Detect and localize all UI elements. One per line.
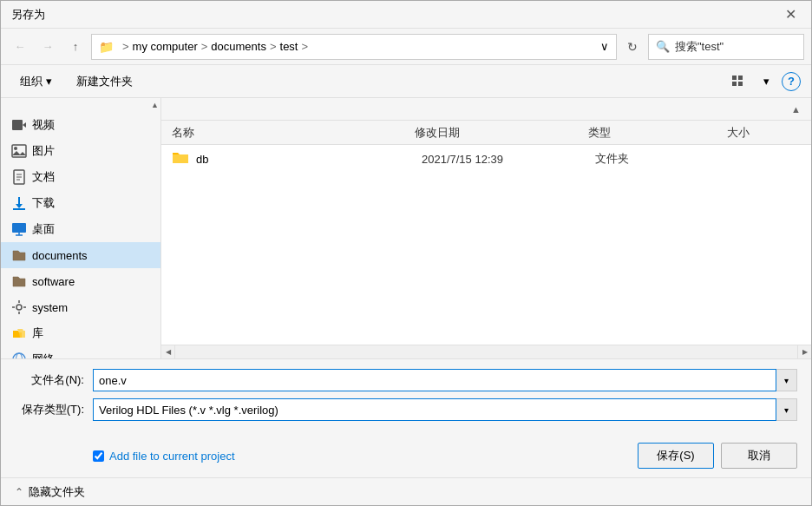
sidebar-item-software[interactable]: software [1, 268, 160, 294]
file-list-sort-bar: ▲ [161, 98, 811, 121]
col-header-date[interactable]: 修改日期 [415, 125, 588, 141]
path-sep-1: > [122, 40, 129, 53]
checkbox-area: Add file to current project [93, 450, 235, 463]
organize-arrow: ▾ [46, 75, 52, 88]
sidebar-label-library: 库 [32, 325, 43, 341]
sidebar-item-documents[interactable]: documents [1, 242, 160, 268]
toolbar: 组织 ▾ 新建文件夹 ▾ ? [1, 65, 811, 98]
view-arrow-icon: ▾ [763, 75, 769, 88]
filename-dropdown[interactable]: ▾ [776, 369, 797, 391]
file-folder-icon [172, 149, 189, 169]
hide-files-button[interactable]: ⌃ 隐藏文件夹 [15, 484, 85, 500]
path-part-1: my computer [133, 40, 198, 53]
sidebar-item-videos[interactable]: 视频 [1, 112, 160, 138]
hide-files-icon: ⌃ [15, 486, 23, 498]
up-button[interactable]: ↑ [63, 35, 88, 59]
forward-button[interactable]: → [36, 35, 60, 59]
sidebar-label-videos: 视频 [32, 117, 55, 133]
sidebar-label-images: 图片 [32, 143, 55, 159]
table-row[interactable]: db 2021/7/15 12:39 文件夹 [161, 145, 811, 173]
sidebar-item-desktop[interactable]: 桌面 [1, 216, 160, 242]
sidebar-item-docs[interactable]: 文档 [1, 164, 160, 190]
hscroll-left-button[interactable]: ◀ [161, 345, 175, 359]
filename-input-wrapper: ▾ [93, 369, 797, 391]
col-header-type[interactable]: 类型 [588, 125, 727, 141]
image-icon [11, 143, 27, 159]
path-folder-icon: 📁 [99, 40, 114, 54]
hscroll-track[interactable] [175, 345, 797, 358]
svg-point-24 [13, 353, 25, 358]
video-icon [11, 117, 27, 133]
svg-point-19 [16, 305, 22, 310]
title-bar: 另存为 ✕ [1, 1, 811, 29]
filename-label: 文件名(N): [15, 372, 93, 388]
filetype-value: Verilog HDL Files (*.v *.vlg *.verilog) [99, 404, 278, 417]
horizontal-scrollbar[interactable]: ◀ ▶ [161, 345, 811, 358]
svg-marker-5 [23, 122, 26, 128]
hscroll-right-button[interactable]: ▶ [797, 345, 811, 359]
bottom-form: 文件名(N): ▾ 保存类型(T): Verilog HDL Files (*.… [1, 358, 811, 436]
view-toggle-button[interactable] [726, 69, 750, 94]
sidebar-label-system: system [32, 301, 68, 314]
svg-rect-0 [732, 76, 737, 80]
docs-icon [11, 169, 27, 185]
sidebar-label-desktop: 桌面 [32, 221, 55, 237]
svg-rect-3 [738, 82, 743, 86]
back-button[interactable]: ← [8, 35, 32, 59]
filename-row: 文件名(N): ▾ [15, 368, 797, 392]
view-dropdown-button[interactable]: ▾ [754, 69, 778, 94]
sidebar-label-network: 网络 [32, 352, 55, 358]
close-button[interactable]: ✕ [780, 4, 801, 25]
new-folder-label: 新建文件夹 [76, 74, 133, 89]
svg-point-7 [14, 147, 17, 150]
add-to-project-checkbox[interactable] [93, 450, 104, 462]
sidebar-label-docs: 文档 [32, 169, 55, 185]
library-icon [11, 325, 27, 341]
sidebar-item-network[interactable]: 网络 [1, 346, 160, 358]
sidebar-item-library[interactable]: 库 [1, 320, 160, 346]
refresh-button[interactable]: ↻ [620, 35, 645, 59]
file-name-db: db [196, 153, 422, 166]
filetype-row: 保存类型(T): Verilog HDL Files (*.v *.vlg *.… [15, 398, 797, 422]
toolbar-right: ▾ ? [726, 69, 801, 94]
search-text: 搜索"test" [675, 39, 724, 55]
sidebar-scroll-up[interactable]: ▲ [1, 98, 160, 112]
sidebar-item-system[interactable]: system [1, 294, 160, 320]
filetype-select-wrapper: Verilog HDL Files (*.v *.vlg *.verilog) … [93, 398, 797, 421]
organize-button[interactable]: 组织 ▾ [11, 69, 61, 94]
view-icon [731, 75, 745, 89]
help-button[interactable]: ? [782, 72, 801, 91]
filetype-display[interactable]: Verilog HDL Files (*.v *.vlg *.verilog) [93, 398, 776, 421]
download-icon [11, 195, 27, 211]
save-dialog: 另存为 ✕ ← → ↑ 📁 > my computer > documents … [0, 0, 812, 506]
filename-input[interactable] [93, 369, 776, 391]
path-sep-4: > [301, 40, 308, 53]
address-bar: ← → ↑ 📁 > my computer > documents > test… [1, 29, 811, 65]
path-sep-3: > [270, 40, 277, 53]
organize-label: 组织 [20, 74, 43, 89]
sidebar-label-downloads: 下载 [32, 195, 55, 211]
filetype-label: 保存类型(T): [15, 402, 93, 417]
col-header-size[interactable]: 大小 [727, 125, 801, 141]
sidebar-item-downloads[interactable]: 下载 [1, 190, 160, 216]
address-path[interactable]: 📁 > my computer > documents > test > ∨ [91, 34, 617, 60]
sidebar-label-software: software [32, 275, 75, 288]
file-date-db: 2021/7/15 12:39 [422, 153, 595, 166]
col-header-name[interactable]: 名称 [172, 125, 415, 141]
sidebar-item-images[interactable]: 图片 [1, 138, 160, 164]
desktop-icon [11, 221, 27, 237]
network-icon [11, 352, 27, 358]
cancel-button[interactable]: 取消 [721, 443, 797, 469]
svg-rect-1 [738, 76, 743, 80]
save-button[interactable]: 保存(S) [638, 443, 714, 469]
search-icon: 🔍 [656, 40, 670, 53]
new-folder-button[interactable]: 新建文件夹 [68, 69, 141, 94]
hide-files-label: 隐藏文件夹 [29, 484, 85, 500]
search-box[interactable]: 🔍 搜索"test" [648, 34, 804, 60]
path-dropdown-icon[interactable]: ∨ [600, 40, 609, 53]
add-to-project-label[interactable]: Add file to current project [109, 450, 235, 463]
svg-marker-8 [12, 151, 26, 155]
path-part-2: documents [211, 40, 266, 53]
path-part-3: test [280, 40, 298, 53]
filetype-dropdown-arrow[interactable]: ▾ [776, 398, 797, 421]
